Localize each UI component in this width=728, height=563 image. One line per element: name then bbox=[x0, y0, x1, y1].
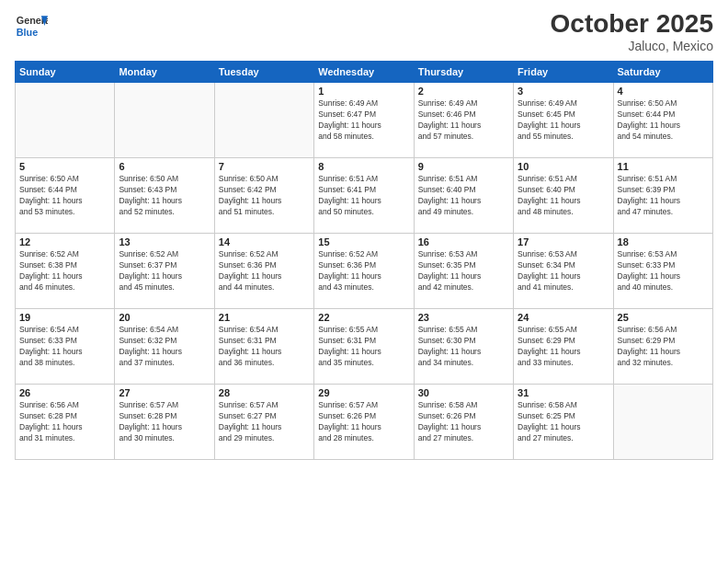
day-info: Sunrise: 6:58 AM Sunset: 6:26 PM Dayligh… bbox=[418, 400, 509, 444]
day-info: Sunrise: 6:49 AM Sunset: 6:45 PM Dayligh… bbox=[518, 98, 609, 143]
calendar-day-cell: 31Sunrise: 6:58 AM Sunset: 6:25 PM Dayli… bbox=[514, 385, 613, 460]
day-number: 2 bbox=[418, 86, 509, 97]
day-number: 21 bbox=[219, 312, 310, 323]
day-number: 18 bbox=[618, 236, 709, 247]
calendar-day-cell: 4Sunrise: 6:50 AM Sunset: 6:44 PM Daylig… bbox=[613, 83, 712, 158]
weekday-header: Thursday bbox=[414, 62, 513, 83]
day-number: 10 bbox=[518, 161, 609, 172]
day-info: Sunrise: 6:55 AM Sunset: 6:29 PM Dayligh… bbox=[518, 325, 609, 369]
day-info: Sunrise: 6:51 AM Sunset: 6:39 PM Dayligh… bbox=[618, 174, 709, 218]
calendar-day-cell: 28Sunrise: 6:57 AM Sunset: 6:27 PM Dayli… bbox=[214, 385, 313, 460]
calendar-week-row: 5Sunrise: 6:50 AM Sunset: 6:44 PM Daylig… bbox=[16, 158, 713, 234]
calendar-day-cell bbox=[16, 83, 115, 158]
day-number: 29 bbox=[318, 387, 409, 398]
location-subtitle: Jaluco, Mexico bbox=[551, 39, 713, 53]
weekday-header: Friday bbox=[514, 62, 613, 83]
day-info: Sunrise: 6:50 AM Sunset: 6:44 PM Dayligh… bbox=[19, 174, 110, 218]
calendar-day-cell: 22Sunrise: 6:55 AM Sunset: 6:31 PM Dayli… bbox=[314, 309, 414, 385]
calendar-day-cell: 12Sunrise: 6:52 AM Sunset: 6:38 PM Dayli… bbox=[16, 234, 115, 309]
calendar-day-cell: 26Sunrise: 6:56 AM Sunset: 6:28 PM Dayli… bbox=[16, 385, 115, 460]
calendar-week-row: 26Sunrise: 6:56 AM Sunset: 6:28 PM Dayli… bbox=[16, 385, 713, 460]
calendar-day-cell bbox=[214, 83, 313, 158]
calendar-day-cell: 10Sunrise: 6:51 AM Sunset: 6:40 PM Dayli… bbox=[514, 158, 613, 234]
calendar-week-row: 1Sunrise: 6:49 AM Sunset: 6:47 PM Daylig… bbox=[16, 83, 713, 158]
calendar-day-cell: 30Sunrise: 6:58 AM Sunset: 6:26 PM Dayli… bbox=[414, 385, 513, 460]
day-number: 28 bbox=[219, 387, 310, 398]
day-info: Sunrise: 6:49 AM Sunset: 6:47 PM Dayligh… bbox=[318, 98, 409, 143]
day-number: 8 bbox=[318, 161, 409, 172]
calendar-day-cell: 7Sunrise: 6:50 AM Sunset: 6:42 PM Daylig… bbox=[214, 158, 313, 234]
day-info: Sunrise: 6:52 AM Sunset: 6:36 PM Dayligh… bbox=[219, 249, 310, 293]
calendar-day-cell: 2Sunrise: 6:49 AM Sunset: 6:46 PM Daylig… bbox=[414, 83, 513, 158]
svg-text:Blue: Blue bbox=[17, 27, 38, 38]
weekday-header: Saturday bbox=[613, 62, 712, 83]
day-info: Sunrise: 6:51 AM Sunset: 6:40 PM Dayligh… bbox=[418, 174, 509, 218]
day-info: Sunrise: 6:56 AM Sunset: 6:28 PM Dayligh… bbox=[19, 400, 110, 444]
day-info: Sunrise: 6:52 AM Sunset: 6:38 PM Dayligh… bbox=[19, 249, 110, 293]
logo: General Blue bbox=[15, 9, 48, 42]
day-info: Sunrise: 6:50 AM Sunset: 6:44 PM Dayligh… bbox=[618, 98, 709, 143]
day-number: 3 bbox=[518, 86, 609, 97]
calendar-table: SundayMondayTuesdayWednesdayThursdayFrid… bbox=[15, 61, 713, 460]
day-number: 11 bbox=[618, 161, 709, 172]
calendar-day-cell: 20Sunrise: 6:54 AM Sunset: 6:32 PM Dayli… bbox=[115, 309, 214, 385]
calendar-day-cell bbox=[613, 385, 712, 460]
calendar-day-cell: 24Sunrise: 6:55 AM Sunset: 6:29 PM Dayli… bbox=[514, 309, 613, 385]
day-info: Sunrise: 6:57 AM Sunset: 6:26 PM Dayligh… bbox=[318, 400, 409, 444]
day-number: 7 bbox=[219, 161, 310, 172]
calendar-day-cell: 11Sunrise: 6:51 AM Sunset: 6:39 PM Dayli… bbox=[613, 158, 712, 234]
day-number: 12 bbox=[19, 236, 110, 247]
page-header: General Blue October 2025 Jaluco, Mexico bbox=[15, 9, 713, 53]
day-info: Sunrise: 6:54 AM Sunset: 6:32 PM Dayligh… bbox=[119, 325, 210, 369]
day-info: Sunrise: 6:56 AM Sunset: 6:29 PM Dayligh… bbox=[618, 325, 709, 369]
day-info: Sunrise: 6:57 AM Sunset: 6:28 PM Dayligh… bbox=[119, 400, 210, 444]
day-number: 13 bbox=[119, 236, 210, 247]
calendar-day-cell: 14Sunrise: 6:52 AM Sunset: 6:36 PM Dayli… bbox=[214, 234, 313, 309]
day-number: 30 bbox=[418, 387, 509, 398]
calendar-day-cell: 13Sunrise: 6:52 AM Sunset: 6:37 PM Dayli… bbox=[115, 234, 214, 309]
day-info: Sunrise: 6:58 AM Sunset: 6:25 PM Dayligh… bbox=[518, 400, 609, 444]
day-info: Sunrise: 6:52 AM Sunset: 6:37 PM Dayligh… bbox=[119, 249, 210, 293]
calendar-day-cell: 16Sunrise: 6:53 AM Sunset: 6:35 PM Dayli… bbox=[414, 234, 513, 309]
day-number: 1 bbox=[318, 86, 409, 97]
day-number: 31 bbox=[518, 387, 609, 398]
weekday-header: Monday bbox=[115, 62, 214, 83]
calendar-day-cell: 6Sunrise: 6:50 AM Sunset: 6:43 PM Daylig… bbox=[115, 158, 214, 234]
day-info: Sunrise: 6:53 AM Sunset: 6:34 PM Dayligh… bbox=[518, 249, 609, 293]
day-info: Sunrise: 6:49 AM Sunset: 6:46 PM Dayligh… bbox=[418, 98, 509, 143]
calendar-day-cell: 5Sunrise: 6:50 AM Sunset: 6:44 PM Daylig… bbox=[16, 158, 115, 234]
day-number: 19 bbox=[19, 312, 110, 323]
day-info: Sunrise: 6:53 AM Sunset: 6:33 PM Dayligh… bbox=[618, 249, 709, 293]
day-number: 4 bbox=[618, 86, 709, 97]
day-number: 20 bbox=[119, 312, 210, 323]
calendar-day-cell: 1Sunrise: 6:49 AM Sunset: 6:47 PM Daylig… bbox=[314, 83, 414, 158]
day-info: Sunrise: 6:51 AM Sunset: 6:41 PM Dayligh… bbox=[318, 174, 409, 218]
calendar-day-cell: 27Sunrise: 6:57 AM Sunset: 6:28 PM Dayli… bbox=[115, 385, 214, 460]
day-info: Sunrise: 6:55 AM Sunset: 6:31 PM Dayligh… bbox=[318, 325, 409, 369]
day-info: Sunrise: 6:54 AM Sunset: 6:33 PM Dayligh… bbox=[19, 325, 110, 369]
day-number: 14 bbox=[219, 236, 310, 247]
day-info: Sunrise: 6:50 AM Sunset: 6:42 PM Dayligh… bbox=[219, 174, 310, 218]
day-number: 16 bbox=[418, 236, 509, 247]
calendar-day-cell: 8Sunrise: 6:51 AM Sunset: 6:41 PM Daylig… bbox=[314, 158, 414, 234]
day-info: Sunrise: 6:50 AM Sunset: 6:43 PM Dayligh… bbox=[119, 174, 210, 218]
day-number: 22 bbox=[318, 312, 409, 323]
calendar-header-row: SundayMondayTuesdayWednesdayThursdayFrid… bbox=[16, 62, 713, 83]
day-number: 15 bbox=[318, 236, 409, 247]
day-number: 26 bbox=[19, 387, 110, 398]
title-block: October 2025 Jaluco, Mexico bbox=[551, 9, 713, 53]
day-info: Sunrise: 6:57 AM Sunset: 6:27 PM Dayligh… bbox=[219, 400, 310, 444]
day-number: 25 bbox=[618, 312, 709, 323]
calendar-day-cell: 25Sunrise: 6:56 AM Sunset: 6:29 PM Dayli… bbox=[613, 309, 712, 385]
month-title: October 2025 bbox=[551, 9, 713, 39]
day-number: 17 bbox=[518, 236, 609, 247]
day-number: 6 bbox=[119, 161, 210, 172]
day-info: Sunrise: 6:52 AM Sunset: 6:36 PM Dayligh… bbox=[318, 249, 409, 293]
day-number: 9 bbox=[418, 161, 509, 172]
calendar-week-row: 12Sunrise: 6:52 AM Sunset: 6:38 PM Dayli… bbox=[16, 234, 713, 309]
calendar-day-cell: 18Sunrise: 6:53 AM Sunset: 6:33 PM Dayli… bbox=[613, 234, 712, 309]
calendar-day-cell bbox=[115, 83, 214, 158]
day-info: Sunrise: 6:54 AM Sunset: 6:31 PM Dayligh… bbox=[219, 325, 310, 369]
calendar-day-cell: 3Sunrise: 6:49 AM Sunset: 6:45 PM Daylig… bbox=[514, 83, 613, 158]
weekday-header: Tuesday bbox=[214, 62, 313, 83]
